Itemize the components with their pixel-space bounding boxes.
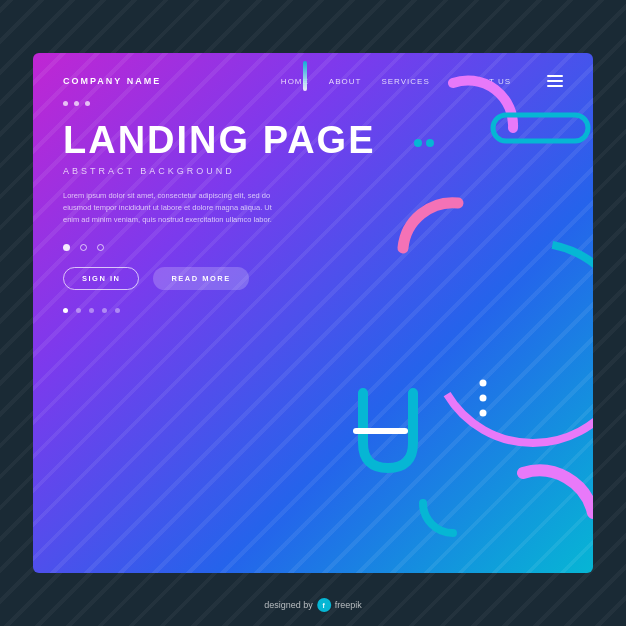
nav-home[interactable]: HOME: [281, 77, 309, 86]
nav-dot: [63, 101, 68, 106]
hero-title: LANDING PAGE: [63, 120, 563, 162]
nav-dot: [74, 101, 79, 106]
navbar: COMPANY NAME HOME ABOUT SERVICES CONTACT…: [33, 53, 593, 87]
svg-point-10: [480, 410, 487, 417]
nav-services[interactable]: SERVICES: [381, 77, 429, 86]
freepik-logo: f: [317, 598, 331, 612]
brand-credit: freepik: [335, 600, 362, 610]
hero-buttons: SIGN IN READ MORE: [63, 267, 563, 290]
indicator-dot-filled[interactable]: [63, 244, 70, 251]
indicator-dots: [63, 244, 563, 251]
indicator-dot-outline[interactable]: [80, 244, 87, 251]
signin-button[interactable]: SIGN IN: [63, 267, 139, 290]
hamburger-menu[interactable]: [547, 75, 563, 87]
svg-rect-7: [353, 428, 408, 434]
nav-links: HOME ABOUT SERVICES CONTACT US: [281, 75, 563, 87]
credit-text: designed by: [264, 600, 313, 610]
indicator-dot-outline[interactable]: [97, 244, 104, 251]
svg-point-8: [480, 380, 487, 387]
bottom-dot[interactable]: [89, 308, 94, 313]
bottom-dot[interactable]: [76, 308, 81, 313]
bottom-dot[interactable]: [115, 308, 120, 313]
footer-credit: designed by f freepik: [264, 598, 362, 612]
nav-dot: [85, 101, 90, 106]
hamburger-line: [547, 80, 563, 82]
hero-section: LANDING PAGE ABSTRACT BACKGROUND Lorem i…: [33, 106, 593, 290]
svg-point-9: [480, 395, 487, 402]
nav-about[interactable]: ABOUT: [329, 77, 362, 86]
bottom-pagination-dots: [33, 308, 593, 313]
bottom-dot-active[interactable]: [63, 308, 68, 313]
landing-card: COMPANY NAME HOME ABOUT SERVICES CONTACT…: [33, 53, 593, 573]
brand-name: COMPANY NAME: [63, 76, 161, 86]
nav-contact[interactable]: CONTACT US: [450, 77, 511, 86]
hamburger-line: [547, 75, 563, 77]
hero-body: Lorem ipsum dolor sit amet, consectetur …: [63, 190, 283, 226]
readmore-button[interactable]: READ MORE: [153, 267, 248, 290]
bottom-dot[interactable]: [102, 308, 107, 313]
hamburger-line: [547, 85, 563, 87]
hero-subtitle: ABSTRACT BACKGROUND: [63, 166, 563, 176]
